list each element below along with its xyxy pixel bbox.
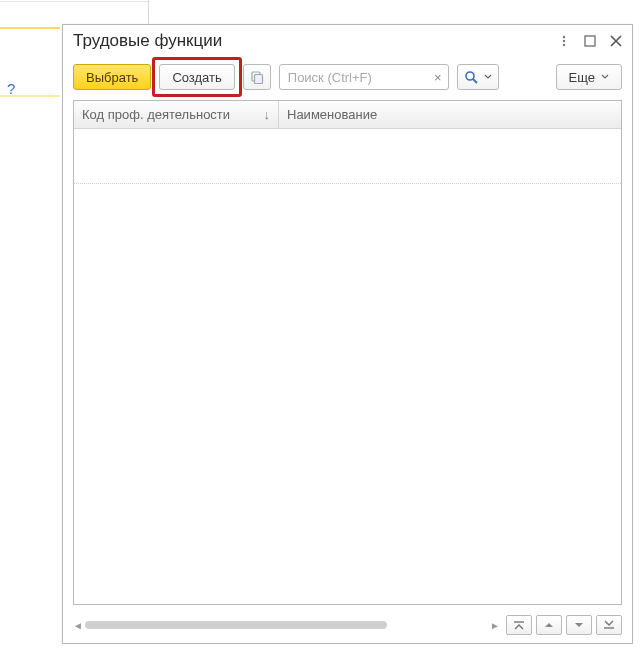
svg-point-6 [466, 72, 474, 80]
column-header-code-label: Код проф. деятельности [82, 107, 230, 122]
row-separator [74, 183, 621, 184]
data-table: Код проф. деятельности ↓ Наименование [73, 100, 622, 605]
clear-search-icon[interactable]: × [427, 64, 449, 90]
table-body [74, 129, 621, 604]
create-button[interactable]: Создать [159, 64, 234, 90]
kebab-menu-icon[interactable] [556, 33, 572, 49]
svg-point-1 [563, 40, 565, 42]
svg-point-0 [563, 36, 565, 38]
table-footer: ◄ ► [63, 611, 632, 643]
search-icon [464, 70, 478, 84]
parent-rule-h [0, 1, 150, 2]
dialog-window: Трудовые функции Выбрать Создать [62, 24, 633, 644]
more-button[interactable]: Еще [556, 64, 622, 90]
scroll-right-icon[interactable]: ► [490, 620, 500, 631]
close-icon[interactable] [608, 33, 624, 49]
column-header-name-label: Наименование [287, 107, 377, 122]
search-field: × [279, 64, 449, 90]
nav-last-button[interactable] [596, 615, 622, 635]
svg-rect-3 [585, 36, 595, 46]
titlebar: Трудовые функции [63, 25, 632, 56]
create-button-highlight: Создать [159, 64, 234, 90]
nav-down-button[interactable] [566, 615, 592, 635]
svg-point-2 [563, 44, 565, 46]
scroll-track[interactable] [85, 621, 488, 629]
nav-first-icon [513, 620, 525, 630]
horizontal-scrollbar[interactable]: ◄ ► [73, 619, 500, 631]
nav-down-icon [574, 621, 584, 629]
column-header-name[interactable]: Наименование [279, 101, 621, 128]
search-dropdown-button[interactable] [457, 64, 499, 90]
more-button-label: Еще [569, 70, 595, 85]
row-nav-buttons [506, 615, 622, 635]
window-title: Трудовые функции [73, 31, 556, 51]
select-button[interactable]: Выбрать [73, 64, 151, 90]
copy-icon [250, 70, 264, 84]
chevron-down-icon [601, 74, 609, 80]
nav-up-icon [544, 621, 554, 629]
maximize-icon[interactable] [582, 33, 598, 49]
toolbar: Выбрать Создать × Еще [63, 56, 632, 100]
svg-rect-5 [254, 75, 262, 84]
copy-button[interactable] [243, 64, 271, 90]
nav-last-icon [603, 620, 615, 630]
sort-indicator-icon: ↓ [264, 107, 271, 122]
nav-up-button[interactable] [536, 615, 562, 635]
chevron-down-icon [484, 74, 492, 80]
scroll-left-icon[interactable]: ◄ [73, 620, 83, 631]
scroll-thumb[interactable] [85, 621, 387, 629]
nav-first-button[interactable] [506, 615, 532, 635]
search-input[interactable] [279, 64, 449, 90]
help-hint[interactable]: ? [7, 80, 15, 97]
column-header-code[interactable]: Код проф. деятельности ↓ [74, 101, 279, 128]
parent-accent-1 [0, 27, 60, 29]
table-header: Код проф. деятельности ↓ Наименование [74, 101, 621, 129]
